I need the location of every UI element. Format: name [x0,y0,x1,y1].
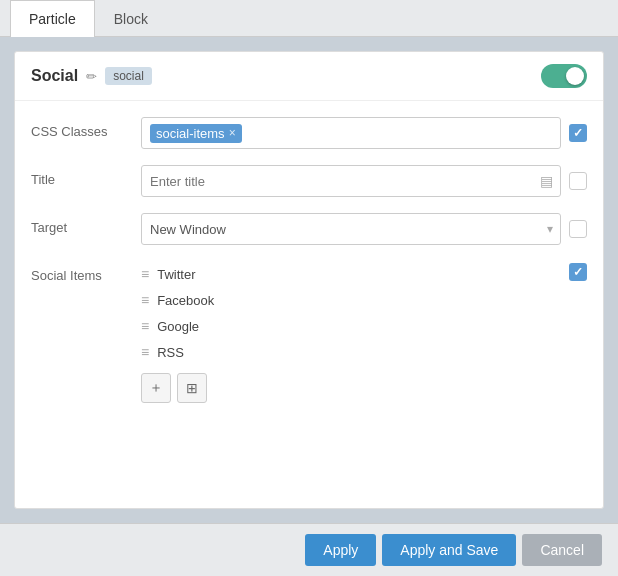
apply-save-button[interactable]: Apply and Save [382,534,516,566]
social-item-name-google: Google [157,319,199,334]
css-classes-checkbox[interactable]: ✓ [569,124,587,142]
drag-icon-facebook: ≡ [141,292,149,308]
title-input-wrap: ▤ [141,165,561,197]
drag-icon-rss: ≡ [141,344,149,360]
social-item-rss: ≡ RSS [141,339,561,365]
target-control: New Window Same Window Parent Window ▾ [141,213,587,245]
drag-icon-google: ≡ [141,318,149,334]
panel-header: Social ✏ social [15,52,603,101]
checkmark-icon: ✓ [573,126,583,140]
social-item-twitter: ≡ Twitter [141,261,561,287]
tag-text: social-items [156,126,225,141]
tag-remove-icon[interactable]: × [229,126,236,140]
css-class-tag: social-items × [150,124,242,143]
title-input[interactable] [141,165,561,197]
social-items-label: Social Items [31,261,141,283]
social-items-inner: ≡ Twitter ≡ Facebook ≡ Google [141,261,587,403]
checkmark-icon-social: ✓ [573,265,583,279]
apply-button[interactable]: Apply [305,534,376,566]
cancel-button[interactable]: Cancel [522,534,602,566]
social-items-checkbox[interactable]: ✓ [569,263,587,281]
target-select[interactable]: New Window Same Window Parent Window [141,213,561,245]
social-items-row: Social Items ≡ Twitter ≡ Facebook [31,261,587,403]
social-item-name-rss: RSS [157,345,184,360]
panel-badge: social [105,67,152,85]
toggle-thumb [566,67,584,85]
social-item-name-facebook: Facebook [157,293,214,308]
grid-view-button[interactable]: ⊞ [177,373,207,403]
social-items-list: ≡ Twitter ≡ Facebook ≡ Google [141,261,561,403]
target-row: Target New Window Same Window Parent Win… [31,213,587,245]
target-checkbox[interactable] [569,220,587,238]
panel-body: CSS Classes social-items × ✓ Title [15,101,603,508]
social-items-control: ≡ Twitter ≡ Facebook ≡ Google [141,261,587,403]
target-select-wrap: New Window Same Window Parent Window ▾ [141,213,561,245]
title-control: ▤ [141,165,587,197]
css-classes-row: CSS Classes social-items × ✓ [31,117,587,149]
css-classes-input[interactable]: social-items × [141,117,561,149]
css-classes-control: social-items × ✓ [141,117,587,149]
social-item-facebook: ≡ Facebook [141,287,561,313]
social-item-actions: ＋ ⊞ [141,373,561,403]
add-social-item-button[interactable]: ＋ [141,373,171,403]
title-row: Title ▤ [31,165,587,197]
main-content: Social ✏ social CSS Classes social-items… [0,37,618,523]
text-editor-icon: ▤ [540,173,553,189]
social-item-google: ≡ Google [141,313,561,339]
tab-bar: Particle Block [0,0,618,37]
panel-header-left: Social ✏ social [31,67,152,85]
drag-icon-twitter: ≡ [141,266,149,282]
tab-block[interactable]: Block [95,0,167,37]
enable-toggle[interactable] [541,64,587,88]
title-checkbox[interactable] [569,172,587,190]
target-label: Target [31,213,141,235]
title-label: Title [31,165,141,187]
tab-particle[interactable]: Particle [10,0,95,37]
edit-icon[interactable]: ✏ [86,69,97,84]
css-classes-label: CSS Classes [31,117,141,139]
bottom-bar: Apply Apply and Save Cancel [0,523,618,576]
panel: Social ✏ social CSS Classes social-items… [14,51,604,509]
panel-title: Social [31,67,78,85]
social-item-name-twitter: Twitter [157,267,195,282]
